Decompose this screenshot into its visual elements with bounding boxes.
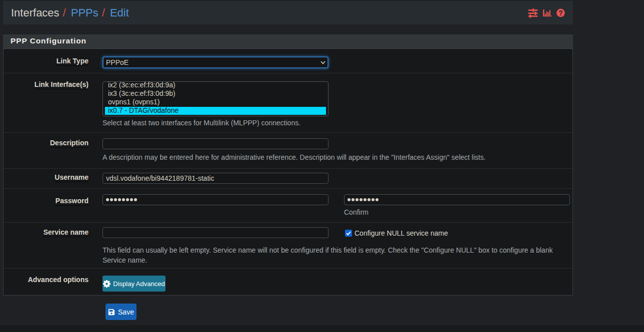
svg-text:?: ? [558, 9, 563, 17]
